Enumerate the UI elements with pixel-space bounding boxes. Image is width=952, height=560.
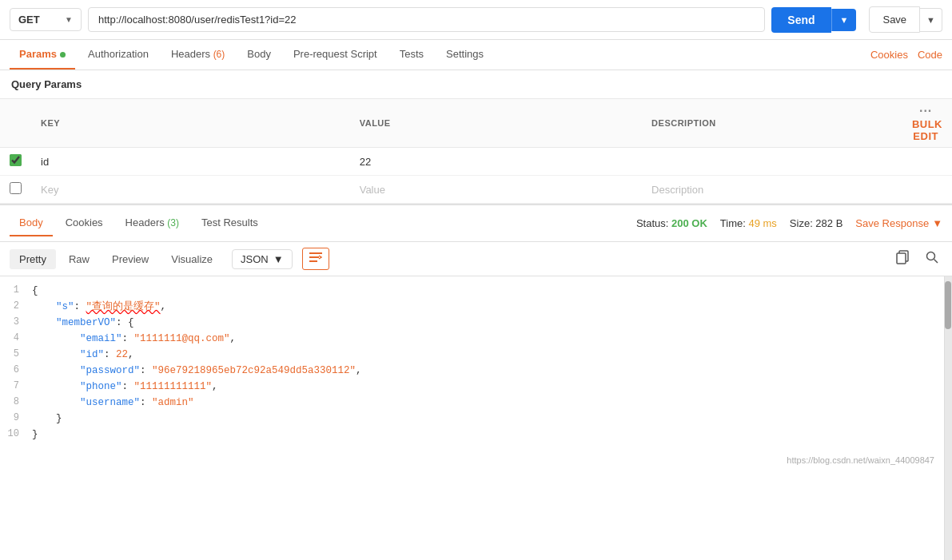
row-value-cell: 22 (350, 148, 642, 176)
col-checkbox (0, 99, 31, 148)
tab-prerequest[interactable]: Pre-request Script (284, 40, 387, 70)
params-dot-indicator (60, 52, 66, 58)
row-key-cell: id (31, 148, 350, 176)
method-select[interactable]: GET ▼ (10, 8, 82, 31)
format-bar-right (893, 247, 942, 271)
params-table: KEY VALUE DESCRIPTION ··· Bulk Edit id (0, 98, 952, 204)
empty-value-placeholder: Value (360, 184, 385, 196)
col-desc-header: DESCRIPTION (642, 99, 899, 148)
cookies-link[interactable]: Cookies (870, 49, 908, 61)
code-line-9: 9 } (0, 411, 944, 427)
format-chevron-icon: ▼ (273, 253, 284, 265)
empty-desc-placeholder: Description (651, 184, 703, 196)
resp-tab-body[interactable]: Body (10, 210, 53, 236)
query-params-header: Query Params (0, 70, 952, 98)
save-response-chevron-icon: ▼ (932, 217, 942, 229)
send-dropdown-button[interactable]: ▼ (831, 9, 857, 31)
code-line-7: 7 "phone": "11111111111", (0, 379, 944, 395)
code-line-5: 5 "id": 22, (0, 347, 944, 363)
row-actions-cell (899, 148, 952, 176)
send-button[interactable]: Send (771, 7, 831, 33)
tab-headers[interactable]: Headers (6) (161, 40, 234, 70)
status-label: Status: 200 OK (636, 217, 707, 229)
save-button-group: Save ▼ (869, 6, 942, 33)
code-line-1: 1 { (0, 283, 944, 299)
time-label: Time: 49 ms (720, 217, 777, 229)
method-chevron-icon: ▼ (65, 15, 73, 24)
code-line-3: 3 "memberVO": { (0, 315, 944, 331)
svg-line-6 (934, 260, 938, 264)
more-options-icon[interactable]: ··· (919, 104, 932, 117)
code-line-8: 8 "username": "admin" (0, 395, 944, 411)
fmt-tab-visualize[interactable]: Visualize (161, 249, 222, 269)
tab-settings[interactable]: Settings (436, 40, 493, 70)
format-bar: Pretty Raw Preview Visualize JSON ▼ (0, 242, 952, 276)
method-label: GET (18, 14, 40, 26)
empty-row-checkbox[interactable] (10, 182, 22, 194)
url-bar: GET ▼ Send ▼ Save ▼ (0, 0, 952, 40)
resp-tab-headers[interactable]: Headers (3) (116, 210, 189, 236)
watermark: https://blog.csdn.net/waixn_44009847 (0, 452, 944, 468)
code-scroll-area[interactable]: 1 { 2 "s": "查询的是缓存", 3 (0, 276, 944, 560)
row-key-value: id (41, 156, 49, 168)
fmt-tab-raw[interactable]: Raw (59, 249, 99, 269)
query-params-section: Query Params KEY VALUE DESCRIPTION ··· B… (0, 70, 952, 204)
code-line-6: 6 "password": "96e79218965eb72c92a549dd5… (0, 363, 944, 379)
response-status-bar: Status: 200 OK Time: 49 ms Size: 282 B S… (636, 217, 942, 229)
size-value: 282 B (815, 217, 842, 229)
fmt-tab-preview[interactable]: Preview (102, 249, 158, 269)
col-value-header: VALUE (350, 99, 642, 148)
bulk-edit-button[interactable]: Bulk Edit (912, 118, 942, 142)
save-response-button[interactable]: Save Response ▼ (855, 217, 942, 229)
code-line-10: 10 } (0, 427, 944, 443)
row-checkbox-cell (0, 148, 31, 176)
code-line-4: 4 "email": "1111111@qq.com", (0, 331, 944, 347)
svg-point-5 (927, 252, 935, 260)
request-tabs: Params Authorization Headers (6) Body Pr… (0, 40, 952, 70)
row-checkbox[interactable] (10, 154, 22, 166)
resp-tab-test-results[interactable]: Test Results (192, 210, 268, 236)
tab-body[interactable]: Body (237, 40, 281, 70)
row-desc-cell (642, 148, 899, 176)
empty-key-placeholder: Key (41, 184, 58, 196)
svg-rect-4 (897, 253, 906, 264)
fmt-tab-pretty[interactable]: Pretty (10, 249, 56, 269)
vertical-scrollbar[interactable] (944, 276, 952, 560)
svg-rect-2 (309, 260, 317, 262)
time-value: 49 ms (748, 217, 776, 229)
code-line-2: 2 "s": "查询的是缓存", (0, 299, 944, 315)
tab-authorization[interactable]: Authorization (78, 40, 158, 70)
table-row: id 22 (0, 148, 952, 176)
code-area: 1 { 2 "s": "查询的是缓存", 3 (0, 276, 944, 452)
response-header: Body Cookies Headers (3) Test Results St… (0, 204, 952, 242)
code-wrapper: 1 { 2 "s": "查询的是缓存", 3 (0, 276, 952, 560)
search-icon[interactable] (922, 247, 942, 271)
col-actions-header: ··· Bulk Edit (899, 99, 952, 148)
size-label: Size: 282 B (790, 217, 843, 229)
tab-right-links: Cookies Code (870, 49, 942, 61)
app-container: GET ▼ Send ▼ Save ▼ Params Authorization… (0, 0, 952, 560)
code-link[interactable]: Code (918, 49, 942, 61)
resp-tab-cookies[interactable]: Cookies (56, 210, 113, 236)
copy-button[interactable] (893, 247, 914, 271)
format-select[interactable]: JSON ▼ (232, 249, 293, 269)
wrap-button[interactable] (302, 248, 329, 270)
format-label: JSON (241, 253, 269, 265)
col-key-header: KEY (31, 99, 350, 148)
tab-params[interactable]: Params (10, 40, 75, 70)
status-value: 200 OK (671, 217, 707, 229)
svg-rect-0 (309, 252, 322, 254)
svg-rect-1 (309, 256, 319, 258)
send-button-group: Send ▼ (771, 7, 856, 33)
scrollbar-thumb[interactable] (945, 281, 951, 329)
table-row-empty: Key Value Description (0, 176, 952, 204)
save-dropdown-button[interactable]: ▼ (920, 8, 942, 32)
save-button[interactable]: Save (869, 6, 920, 33)
response-area: Body Cookies Headers (3) Test Results St… (0, 204, 952, 560)
url-input[interactable] (88, 7, 765, 32)
tab-tests[interactable]: Tests (390, 40, 433, 70)
row-value-value: 22 (360, 156, 371, 168)
